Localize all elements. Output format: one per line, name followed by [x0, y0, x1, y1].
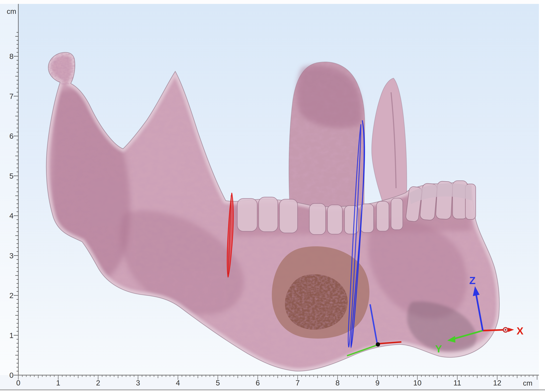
lesion-texture	[285, 274, 348, 330]
x-axis-label: X	[517, 325, 523, 337]
h-ruler-label: 2	[96, 379, 100, 387]
probe-point-dot	[376, 342, 380, 347]
tooth-molar-1	[237, 199, 257, 231]
tooth-premolar-1	[309, 204, 326, 235]
ruler-unit-top: cm	[7, 7, 16, 15]
tooth-premolar-2	[328, 205, 342, 234]
h-ruler-label: 1	[56, 379, 60, 387]
x-axis-line	[483, 330, 503, 331]
h-ruler-label: 3	[136, 379, 140, 387]
h-ruler-label: 12	[493, 379, 502, 387]
h-ruler-label: 5	[216, 379, 220, 387]
v-ruler-label: 6	[9, 132, 13, 140]
v-ruler-label: 4	[9, 212, 13, 220]
bottom-ruler-margin	[0, 375, 545, 390]
x-axis-ring-dot	[505, 329, 506, 331]
tooth-incisor-near-2	[391, 198, 403, 230]
tooth-canine-near	[360, 204, 374, 233]
v-ruler-label: 8	[9, 52, 13, 60]
tooth-molar-3	[279, 199, 297, 233]
z-axis-label: Z	[469, 275, 476, 286]
v-ruler-label: 0	[9, 371, 13, 379]
h-ruler-label: 4	[176, 379, 180, 387]
h-ruler-label: 7	[296, 379, 300, 387]
teeth-front-group	[405, 181, 476, 222]
tooth-incisor-near-1	[377, 201, 389, 231]
right-margin	[539, 0, 545, 392]
tooth-molar-2	[259, 197, 278, 232]
far-ramus-condyle	[289, 62, 365, 208]
v-ruler-label: 5	[9, 172, 13, 180]
h-ruler-label: 10	[413, 379, 422, 387]
h-ruler-label: 9	[375, 379, 379, 387]
3d-viewport[interactable]: X Y Z 012345678 0123456789101112 cm cm	[0, 0, 545, 392]
ruler-unit-bottom: cm	[523, 379, 532, 387]
v-ruler-label: 7	[9, 92, 13, 101]
v-ruler-label: 3	[9, 252, 13, 260]
h-ruler-label: 6	[256, 379, 260, 387]
h-ruler-label: 0	[16, 379, 20, 387]
v-ruler-label: 1	[9, 331, 13, 340]
left-ruler-margin	[0, 4, 18, 375]
y-axis-label: Y	[435, 343, 442, 355]
v-ruler-label: 2	[9, 291, 13, 300]
h-ruler-label: 8	[335, 379, 340, 387]
scene-svg: X Y Z 012345678 0123456789101112 cm cm	[0, 0, 545, 392]
h-ruler-label: 11	[453, 379, 461, 387]
